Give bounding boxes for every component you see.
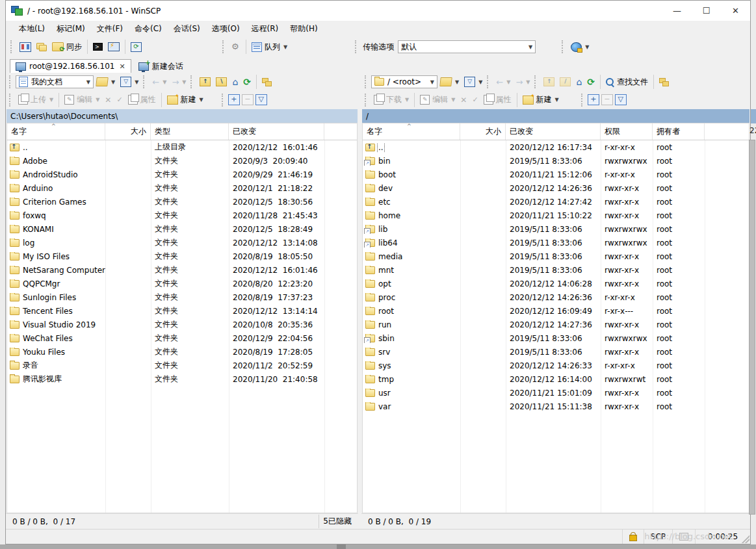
file-row[interactable]: ..2020/12/12 16:17:34r-xr-xr-xroot <box>363 140 749 154</box>
toolbar-grip[interactable] <box>9 94 14 107</box>
session-color-button[interactable]: ▼ <box>568 41 592 53</box>
local-edit-button[interactable]: ✎编辑▼ <box>62 93 102 107</box>
synchronize-browsing-button[interactable] <box>34 42 49 53</box>
file-row[interactable]: usr2020/11/21 15:01:09rwxr-xr-xroot <box>363 386 749 400</box>
local-parent-directory-button[interactable]: ↑ <box>197 76 213 88</box>
column-header-changed[interactable]: 已改变 <box>229 123 324 140</box>
file-row[interactable]: Arduino文件夹2020/12/1 21:18:22 <box>7 181 357 195</box>
file-row[interactable]: WeChat Files文件夹2020/12/9 22:04:56 <box>7 331 357 345</box>
remote-path-bar[interactable]: / <box>362 109 749 123</box>
toolbar-grip[interactable] <box>365 94 369 107</box>
file-row[interactable]: KONAMI文件夹2020/12/5 18:28:49 <box>7 222 357 236</box>
file-row[interactable]: 录音文件夹2020/11/2 20:52:59 <box>7 359 357 372</box>
file-row[interactable]: Visual Studio 2019文件夹2020/10/8 20:35:36 <box>7 318 357 331</box>
remote-open-directory-button[interactable]: ▼ <box>437 76 462 88</box>
local-selection-filter-button[interactable]: ▽ <box>255 94 267 105</box>
menu-item[interactable]: 标记(M) <box>51 21 90 36</box>
remote-rename-button[interactable]: ✓ <box>469 94 480 105</box>
file-row[interactable]: srv2019/5/11 8:33:06rwxr-xr-xroot <box>363 345 749 359</box>
local-path-bar[interactable]: C:\Users\hutao\Documents\ <box>7 109 358 123</box>
column-header-owner[interactable]: 拥有者 <box>653 123 705 140</box>
file-row[interactable]: sys2020/12/12 14:26:33r-xr-xr-xroot <box>363 359 749 372</box>
toolbar-grip[interactable] <box>143 75 148 88</box>
local-tree-button[interactable] <box>259 77 274 88</box>
menu-item[interactable]: 帮助(H) <box>285 21 322 36</box>
remote-unselect-button[interactable]: − <box>601 94 613 105</box>
file-row[interactable]: dev2020/12/12 14:26:36rwxr-xr-xroot <box>363 181 749 195</box>
menu-item[interactable]: 本地(L) <box>14 21 50 36</box>
tab-close-icon[interactable]: ✕ <box>119 62 125 71</box>
file-row[interactable]: home2020/11/21 15:10:22rwxr-xr-xroot <box>363 209 749 222</box>
toolbar-grip[interactable] <box>365 75 369 88</box>
file-row[interactable]: Criterion Games文件夹2020/12/5 18:30:56 <box>7 195 357 209</box>
toolbar-grip[interactable] <box>581 94 586 107</box>
download-button[interactable]: 下载▼ <box>371 93 411 107</box>
toolbar-grip[interactable] <box>222 94 226 107</box>
column-header-type[interactable]: 类型 <box>151 123 229 140</box>
toolbar-grip[interactable] <box>10 40 15 53</box>
column-header-perms[interactable]: 权限 <box>601 123 653 140</box>
local-select-button[interactable]: + <box>228 94 240 105</box>
local-hidden-count[interactable]: 5已隐藏 <box>319 515 356 528</box>
local-home-button[interactable]: ⌂ <box>229 77 241 88</box>
file-row[interactable]: lib2019/5/11 8:33:06rwxrwxrwxroot <box>363 222 749 236</box>
file-row[interactable]: boot2020/11/21 15:12:06r-xr-xr-xroot <box>363 168 749 181</box>
local-refresh-button[interactable]: ⟳ <box>241 77 254 88</box>
remote-new-button[interactable]: 新建▼ <box>520 93 562 107</box>
close-button[interactable]: ✕ <box>721 1 750 21</box>
refresh-button[interactable]: ⟳ <box>128 41 144 53</box>
local-root-directory-button[interactable]: \ <box>213 76 229 88</box>
remote-home-button[interactable]: ⌂ <box>573 77 584 88</box>
toolbar-grip[interactable] <box>487 75 491 88</box>
resize-grip-icon[interactable] <box>742 535 749 543</box>
encryption-indicator[interactable] <box>622 530 644 544</box>
local-properties-button[interactable]: 属性 <box>125 93 159 107</box>
column-header-name[interactable]: 名字 <box>7 123 105 140</box>
toolbar-grip[interactable] <box>534 75 539 88</box>
file-row[interactable]: QQPCMgr文件夹2020/8/20 12:23:20 <box>7 277 357 290</box>
local-unselect-button[interactable]: − <box>242 94 254 105</box>
file-row[interactable]: run2020/12/12 14:27:36rwxr-xr-xroot <box>363 318 749 331</box>
file-row[interactable]: var2020/11/21 15:11:38rwxr-xr-xroot <box>363 400 749 413</box>
remote-capabilities-indicator[interactable] <box>672 530 695 544</box>
remote-parent-directory-button[interactable]: ↑ <box>541 76 557 88</box>
menu-item[interactable]: 命令(C) <box>129 21 167 36</box>
file-row[interactable]: bin2019/5/11 8:33:06rwxrwxrwxroot <box>363 154 749 168</box>
column-header-size[interactable]: 大小 <box>460 123 506 140</box>
file-row[interactable]: sbin2019/5/11 8:33:06rwxrwxrwxroot <box>363 331 749 345</box>
remote-directory-combo[interactable]: / <root> ▼ <box>371 75 437 88</box>
file-row[interactable]: Adobe文件夹2020/9/3 20:09:40 <box>7 154 357 168</box>
file-row[interactable]: AndroidStudio文件夹2020/9/29 21:46:19 <box>7 168 357 181</box>
file-row[interactable]: proc2020/12/12 14:26:36r-xr-xr-xroot <box>363 290 749 304</box>
remote-selection-filter-button[interactable]: ▽ <box>615 94 627 105</box>
open-terminal-button[interactable]: > <box>90 42 105 52</box>
menu-item[interactable]: 远程(R) <box>246 21 284 36</box>
file-row[interactable]: log文件夹2020/12/12 13:14:08 <box>7 236 357 249</box>
queue-button[interactable]: 队列▼ <box>249 40 290 54</box>
protocol-indicator[interactable]: SCP <box>644 530 672 544</box>
column-header-size[interactable]: 大小 <box>105 123 151 140</box>
toolbar-grip[interactable] <box>190 75 195 88</box>
commander-view-button[interactable] <box>17 41 34 53</box>
open-in-putty-button[interactable] <box>105 41 122 53</box>
file-row[interactable]: mnt2019/5/11 8:33:06rwxr-xr-xroot <box>363 263 749 277</box>
remote-edit-button[interactable]: ✎编辑▼ <box>417 93 458 107</box>
file-row[interactable]: Youku Files文件夹2020/8/19 17:28:05 <box>7 345 357 359</box>
find-files-button[interactable]: 查找文件 <box>603 75 651 89</box>
local-filter-button[interactable]: ▽▼ <box>118 75 141 88</box>
local-drive-combo[interactable]: 我的文档 ▼ <box>16 75 94 88</box>
local-new-button[interactable]: 新建▼ <box>164 93 206 107</box>
local-forward-button[interactable]: →▼ <box>169 76 189 88</box>
remote-select-button[interactable]: + <box>588 94 599 105</box>
file-row[interactable]: media2019/5/11 8:33:06rwxr-xr-xroot <box>363 249 749 263</box>
new-session-tab[interactable]: 新建会话 <box>133 59 189 73</box>
file-row[interactable]: NetSarang Computer文件夹2020/12/12 16:01:46 <box>7 263 357 277</box>
remote-back-button[interactable]: ←▼ <box>493 76 513 88</box>
session-tab-active[interactable]: root@192.168.56.101 ✕ <box>10 59 131 73</box>
toolbar-grip[interactable] <box>9 75 14 88</box>
minimize-button[interactable]: — <box>662 1 692 21</box>
file-row[interactable]: foxwq文件夹2020/11/28 21:45:43 <box>7 209 357 222</box>
menu-item[interactable]: 文件(F) <box>92 21 128 36</box>
remote-properties-button[interactable]: 属性 <box>481 93 514 107</box>
remote-root-directory-button[interactable]: / <box>557 76 573 88</box>
